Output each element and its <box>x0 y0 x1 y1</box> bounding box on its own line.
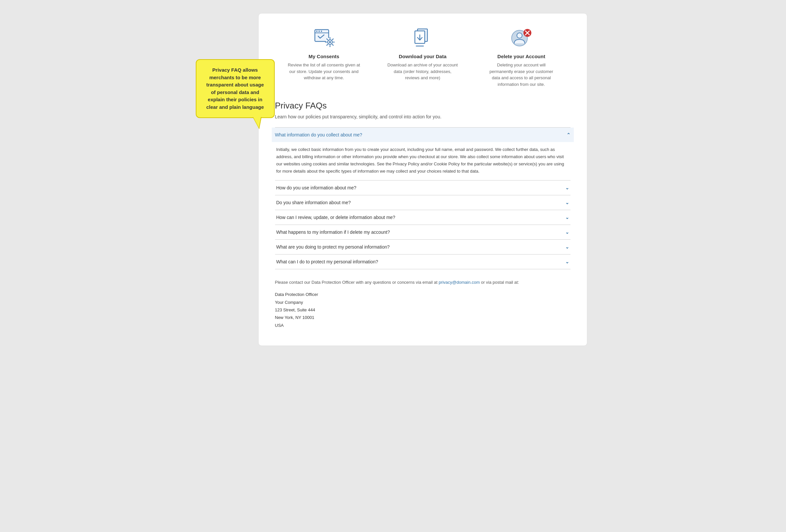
download-title: Download your Data <box>399 54 446 59</box>
delete-account-icon <box>508 27 535 50</box>
consents-description: Review the list of all consents given at… <box>288 62 360 81</box>
svg-point-4 <box>321 30 322 32</box>
address-line-4: New York, NY 10001 <box>275 314 571 321</box>
page-wrapper: Privacy FAQ allows merchants to be more … <box>199 13 587 346</box>
svg-point-7 <box>329 41 331 43</box>
faq-subtitle: Learn how our policies put transparency,… <box>275 114 571 119</box>
delete-title: Delete your Account <box>498 54 545 59</box>
contact-text-before: Please contact our Data Protection Offic… <box>275 280 438 285</box>
faq-question-5-text: What happens to my information if I dele… <box>276 229 390 235</box>
faq-chevron-7: ⌄ <box>565 259 569 264</box>
address-line-5: USA <box>275 321 571 329</box>
faq-item-6: What are you doing to protect my persona… <box>275 239 571 254</box>
delete-account-block[interactable]: Delete your Account Deleting your accoun… <box>485 27 558 88</box>
faq-title: Privacy FAQs <box>275 101 571 111</box>
faq-chevron-6: ⌄ <box>565 244 569 249</box>
contact-section: Please contact our Data Protection Offic… <box>275 279 571 329</box>
faq-question-1-text: What information do you collect about me… <box>275 132 362 138</box>
contact-text: Please contact our Data Protection Offic… <box>275 279 571 286</box>
faq-question-5[interactable]: What happens to my information if I dele… <box>275 225 571 239</box>
svg-point-2 <box>316 30 318 32</box>
faq-answer-1: Initially, we collect basic information … <box>275 142 571 180</box>
faq-question-7-text: What can I do to protect my personal inf… <box>276 259 378 264</box>
faq-item-5: What happens to my information if I dele… <box>275 224 571 239</box>
download-icon <box>410 27 436 50</box>
faq-question-7[interactable]: What can I do to protect my personal inf… <box>275 255 571 269</box>
svg-point-21 <box>517 33 522 38</box>
consents-icon <box>311 27 337 50</box>
contact-text-after: or via postal mail at: <box>481 280 519 285</box>
faq-question-2-text: How do you use information about me? <box>276 185 357 190</box>
faq-question-6-text: What are you doing to protect my persona… <box>276 244 390 249</box>
contact-address: Data Protection Officer Your Company 123… <box>275 291 571 329</box>
faq-question-4[interactable]: How can I review, update, or delete info… <box>275 210 571 224</box>
svg-point-3 <box>319 30 320 32</box>
faq-chevron-5: ⌄ <box>565 229 569 235</box>
download-data-block[interactable]: Download your Data Download an archive o… <box>387 27 459 88</box>
faq-item-1: What information do you collect about me… <box>275 127 571 180</box>
faq-chevron-1: ⌃ <box>567 132 571 138</box>
download-description: Download an archive of your account data… <box>387 62 459 81</box>
tooltip-bubble: Privacy FAQ allows merchants to be more … <box>196 59 275 118</box>
faq-question-4-text: How can I review, update, or delete info… <box>276 215 395 220</box>
faq-chevron-3: ⌄ <box>565 200 569 205</box>
tooltip-text: Privacy FAQ allows merchants to be more … <box>206 67 264 110</box>
top-icons-row: My Consents Review the list of all conse… <box>275 27 571 88</box>
main-card: My Consents Review the list of all conse… <box>258 13 587 346</box>
faq-chevron-4: ⌄ <box>565 215 569 220</box>
address-line-3: 123 Street, Suite 444 <box>275 306 571 314</box>
faq-section: Privacy FAQs Learn how our policies put … <box>275 101 571 269</box>
address-line-1: Data Protection Officer <box>275 291 571 298</box>
faq-item-2: How do you use information about me? ⌄ <box>275 180 571 195</box>
faq-question-3-text: Do you share information about me? <box>276 200 351 205</box>
contact-email[interactable]: privacy@domain.com <box>439 280 480 285</box>
address-line-2: Your Company <box>275 298 571 306</box>
delete-description: Deleting your account will permanently e… <box>485 62 558 88</box>
faq-question-6[interactable]: What are you doing to protect my persona… <box>275 240 571 254</box>
faq-question-3[interactable]: Do you share information about me? ⌄ <box>275 195 571 210</box>
faq-question-1[interactable]: What information do you collect about me… <box>272 127 574 142</box>
faq-chevron-2: ⌄ <box>565 185 569 190</box>
faq-item-4: How can I review, update, or delete info… <box>275 210 571 224</box>
faq-item-7: What can I do to protect my personal inf… <box>275 254 571 269</box>
consents-title: My Consents <box>308 54 339 59</box>
faq-question-2[interactable]: How do you use information about me? ⌄ <box>275 180 571 195</box>
my-consents-block[interactable]: My Consents Review the list of all conse… <box>288 27 360 88</box>
faq-item-3: Do you share information about me? ⌄ <box>275 195 571 210</box>
